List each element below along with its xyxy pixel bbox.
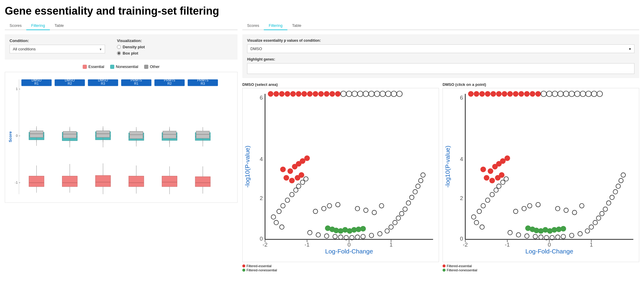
condition-select[interactable]: All conditions — [10, 45, 105, 53]
legend-essential: Essential — [83, 64, 104, 69]
svg-point-245 — [613, 190, 618, 194]
other-label: Other — [150, 64, 160, 69]
svg-point-281 — [480, 167, 486, 172]
svg-point-264 — [507, 91, 513, 97]
box-plot-option[interactable]: Box plot — [117, 51, 145, 55]
volcano-left-title: DMSO (select area) — [242, 82, 439, 87]
svg-point-244 — [610, 195, 614, 200]
svg-point-298 — [525, 225, 531, 231]
condition-label: Condition: — [10, 38, 105, 43]
svg-text:-log10(P-value): -log10(P-value) — [444, 146, 451, 188]
svg-point-226 — [508, 230, 512, 235]
volcano-right-legend: Filtered-essential Filtered-nonessential — [443, 264, 639, 272]
left-panel: Scores Filtering Table Condition: All co… — [5, 21, 238, 273]
svg-point-238 — [589, 225, 594, 229]
svg-text:Score: Score — [8, 131, 13, 142]
svg-point-253 — [555, 206, 560, 211]
svg-point-141 — [403, 207, 407, 211]
svg-text:0: 0 — [260, 236, 263, 242]
svg-point-263 — [502, 91, 507, 97]
svg-point-198 — [360, 226, 366, 232]
svg-text:0: 0 — [16, 134, 18, 137]
svg-point-120 — [296, 184, 301, 188]
svg-point-170 — [346, 91, 352, 97]
volcano-left-svg[interactable]: -log10(P-value) Log-Fold-Change 0 2 4 6 … — [242, 88, 439, 262]
svg-point-155 — [379, 204, 384, 208]
svg-point-166 — [324, 91, 329, 97]
boxplot-area: Score 1 0 -1 DMSO R1 — [5, 72, 238, 203]
svg-point-219 — [490, 192, 494, 197]
svg-point-243 — [606, 201, 611, 205]
svg-point-290 — [484, 175, 489, 181]
filtered-essential-label-left: Filtered-essential — [246, 264, 272, 268]
essential-label: Essential — [88, 64, 104, 69]
svg-point-197 — [325, 225, 331, 231]
svg-point-277 — [580, 91, 586, 97]
tab-filtering-right[interactable]: Filtering — [264, 21, 287, 30]
svg-point-225 — [480, 225, 484, 229]
filtered-nonessential-label-right: Filtered-nonessential — [447, 268, 477, 272]
svg-point-178 — [391, 91, 397, 97]
svg-point-168 — [335, 91, 341, 97]
right-panel: Scores Filtering Table Visualize essenti… — [242, 21, 639, 273]
svg-point-241 — [600, 211, 604, 216]
tab-filtering-left[interactable]: Filtering — [26, 21, 50, 30]
svg-point-164 — [313, 91, 318, 97]
svg-text:6: 6 — [260, 95, 263, 101]
tab-table-left[interactable]: Table — [50, 21, 69, 30]
svg-point-180 — [280, 167, 286, 172]
svg-rect-42 — [95, 175, 111, 186]
svg-rect-87 — [195, 177, 210, 186]
svg-point-148 — [313, 209, 318, 213]
filtered-nonessential-icon-right — [443, 269, 446, 272]
density-plot-option[interactable]: Density plot — [117, 45, 145, 49]
filtered-nonessential-icon-left — [242, 269, 245, 272]
essential-icon — [83, 65, 87, 69]
volcano-right: DMSO (click on a point) -log10(P-value) … — [443, 82, 639, 273]
svg-point-134 — [369, 233, 374, 238]
svg-point-228 — [525, 234, 529, 238]
box-radio[interactable] — [117, 51, 121, 55]
tab-scores-right[interactable]: Scores — [242, 21, 264, 30]
svg-text:0: 0 — [460, 236, 463, 242]
density-radio[interactable] — [117, 45, 121, 49]
svg-point-122 — [304, 177, 308, 181]
svg-point-187 — [295, 175, 301, 181]
svg-text:R2: R2 — [68, 82, 72, 85]
svg-point-217 — [481, 204, 486, 208]
svg-point-125 — [308, 230, 312, 235]
svg-point-262 — [496, 91, 502, 97]
svg-point-224 — [474, 220, 479, 225]
filtered-essential-label-right: Filtered-essential — [447, 264, 472, 268]
tab-table-right[interactable]: Table — [287, 21, 306, 30]
svg-point-158 — [279, 91, 285, 97]
svg-point-229 — [533, 234, 537, 239]
svg-point-223 — [504, 177, 509, 181]
svg-point-254 — [564, 208, 568, 213]
other-icon — [144, 65, 148, 69]
svg-point-259 — [479, 91, 485, 97]
boxplot-prmt5-r2: PRMT5 R2 — [154, 78, 184, 194]
svg-point-258 — [474, 91, 479, 97]
svg-text:R1: R1 — [34, 82, 38, 85]
svg-point-144 — [413, 190, 417, 194]
tab-scores-left[interactable]: Scores — [5, 21, 26, 30]
svg-point-179 — [397, 91, 402, 97]
svg-text:1: 1 — [16, 87, 18, 91]
svg-point-249 — [514, 209, 518, 213]
svg-point-146 — [418, 178, 423, 183]
volcano-right-svg[interactable]: -log10(P-value) Log-Fold-Change 0 2 4 6 … — [443, 88, 639, 262]
highlight-genes-input[interactable] — [247, 63, 634, 74]
svg-point-169 — [341, 91, 346, 97]
svg-rect-20 — [30, 131, 43, 137]
svg-point-272 — [552, 91, 558, 97]
highlight-label: Highlight genes: — [247, 57, 634, 61]
right-tabs: Scores Filtering Table — [242, 21, 639, 30]
svg-text:1: 1 — [389, 242, 392, 248]
condition-right-select[interactable]: DMSO — [247, 44, 634, 53]
svg-point-252 — [536, 202, 540, 207]
svg-rect-50 — [96, 131, 110, 137]
svg-text:4: 4 — [460, 156, 463, 162]
svg-point-132 — [355, 235, 360, 239]
condition-select-wrapper: All conditions ▼ — [10, 45, 105, 53]
